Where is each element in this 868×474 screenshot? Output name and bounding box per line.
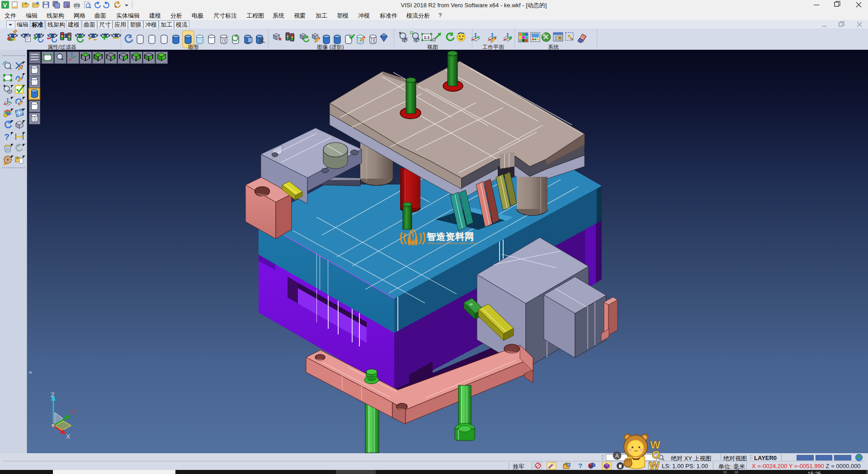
svg-text:1:1: 1:1 <box>424 35 429 40</box>
svg-text:W: W <box>649 460 660 471</box>
svg-text:V: V <box>3 2 7 9</box>
svg-text:Y: Y <box>71 409 75 416</box>
svg-text:?: ? <box>578 462 582 469</box>
svg-text:?: ? <box>4 132 9 142</box>
svg-text:O: O <box>652 449 660 461</box>
svg-text:A: A <box>615 453 619 459</box>
svg-text:X: X <box>66 433 71 440</box>
svg-text:Z: Z <box>51 391 55 398</box>
svg-text:智造资料网: 智造资料网 <box>426 232 474 242</box>
svg-text:INTELLIGENT MANUFACTURING DATA: INTELLIGENT MANUFACTURING DATA <box>428 242 476 245</box>
